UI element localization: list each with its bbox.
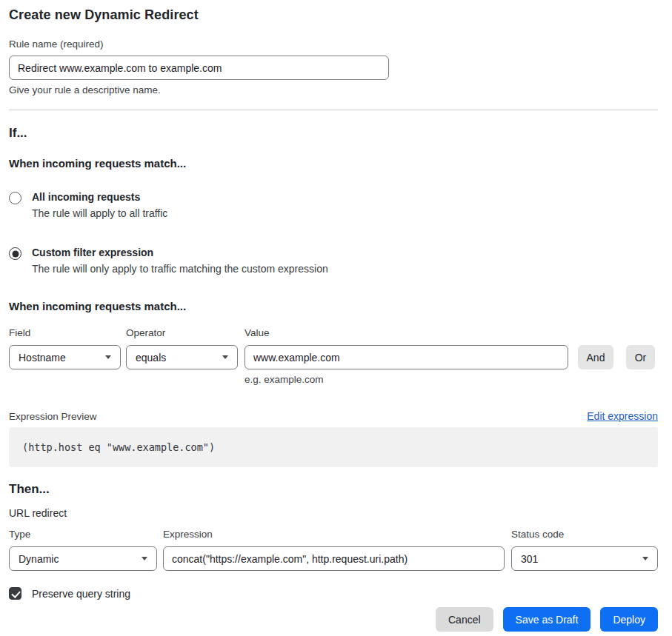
page-title: Create new Dynamic Redirect bbox=[9, 7, 658, 23]
status-code-label: Status code bbox=[511, 529, 658, 540]
expression-code-text: (http.host eq "www.example.com") bbox=[22, 441, 215, 453]
radio-option-all-requests-description: The rule will apply to all traffic bbox=[32, 207, 167, 220]
and-button[interactable]: And bbox=[578, 345, 613, 369]
redirect-expression-label: Expression bbox=[163, 529, 505, 540]
chevron-down-icon bbox=[142, 557, 147, 560]
expression-column: Expression bbox=[163, 529, 505, 571]
chevron-down-icon bbox=[642, 557, 648, 560]
field-label: Field bbox=[9, 327, 121, 339]
status-code-select-value: 301 bbox=[521, 553, 538, 565]
operator-label: Operator bbox=[126, 327, 238, 339]
url-redirect-label: URL redirect bbox=[9, 507, 658, 519]
radio-button-custom-filter-icon[interactable] bbox=[9, 247, 21, 260]
operator-column: Operator equals bbox=[126, 327, 238, 369]
edit-expression-link[interactable]: Edit expression bbox=[587, 410, 658, 422]
condition-row: Field Hostname Operator equals Value e.g… bbox=[9, 327, 658, 385]
then-section-heading: Then... bbox=[9, 482, 658, 497]
redirect-expression-input[interactable] bbox=[163, 546, 505, 571]
operator-select[interactable]: equals bbox=[126, 345, 238, 369]
cancel-button[interactable]: Cancel bbox=[436, 607, 493, 632]
expression-preview-label: Expression Preview bbox=[9, 411, 97, 422]
section-divider bbox=[9, 110, 658, 110]
radio-option-custom-filter[interactable]: Custom filter expression The rule will o… bbox=[9, 247, 658, 275]
rule-name-input[interactable] bbox=[9, 56, 389, 80]
type-column: Type Dynamic bbox=[9, 529, 157, 571]
status-code-column: Status code 301 bbox=[511, 529, 658, 571]
radio-option-texts: Custom filter expression The rule will o… bbox=[32, 247, 328, 275]
if-section-heading: If... bbox=[9, 126, 658, 141]
value-column: Value e.g. example.com bbox=[244, 327, 568, 385]
save-as-draft-button[interactable]: Save as Draft bbox=[503, 607, 591, 632]
type-select-value: Dynamic bbox=[19, 553, 59, 565]
field-select[interactable]: Hostname bbox=[9, 345, 121, 369]
chevron-down-icon bbox=[105, 355, 111, 359]
rule-name-helper: Give your rule a descriptive name. bbox=[9, 84, 658, 96]
expression-preview-code: (http.host eq "www.example.com") bbox=[9, 427, 658, 467]
value-helper: e.g. example.com bbox=[244, 374, 568, 385]
condition-builder-heading: When incoming requests match... bbox=[9, 300, 658, 312]
field-column: Field Hostname bbox=[9, 327, 121, 369]
value-input[interactable] bbox=[244, 345, 568, 369]
expression-preview-row: Expression Preview Edit expression bbox=[9, 410, 658, 422]
type-label: Type bbox=[9, 529, 157, 540]
match-subheading: When incoming requests match... bbox=[9, 157, 658, 170]
radio-option-texts: All incoming requests The rule will appl… bbox=[32, 191, 167, 220]
operator-select-value: equals bbox=[136, 352, 166, 364]
type-select[interactable]: Dynamic bbox=[9, 546, 157, 571]
preserve-query-label: Preserve query string bbox=[32, 588, 130, 600]
chevron-down-icon bbox=[222, 355, 228, 359]
radio-option-all-requests-label: All incoming requests bbox=[32, 191, 167, 204]
create-dynamic-redirect-page: Create new Dynamic Redirect Rule name (r… bbox=[0, 0, 672, 636]
radio-option-all-requests[interactable]: All incoming requests The rule will appl… bbox=[9, 191, 658, 220]
radio-button-all-requests-icon[interactable] bbox=[9, 192, 21, 204]
rule-name-label: Rule name (required) bbox=[9, 39, 658, 50]
preserve-query-row[interactable]: Preserve query string bbox=[9, 587, 658, 600]
status-code-select[interactable]: 301 bbox=[511, 546, 658, 571]
redirect-config-row: Type Dynamic Expression Status code 301 bbox=[9, 529, 658, 571]
field-select-value: Hostname bbox=[19, 352, 66, 364]
or-button[interactable]: Or bbox=[626, 345, 655, 369]
value-label: Value bbox=[244, 327, 568, 339]
radio-option-custom-filter-label: Custom filter expression bbox=[32, 247, 328, 259]
preserve-query-checkbox[interactable] bbox=[9, 587, 21, 600]
deploy-button[interactable]: Deploy bbox=[600, 607, 658, 632]
radio-option-custom-filter-description: The rule will only apply to traffic matc… bbox=[32, 263, 328, 275]
footer-actions: Cancel Save as Draft Deploy bbox=[9, 607, 658, 632]
